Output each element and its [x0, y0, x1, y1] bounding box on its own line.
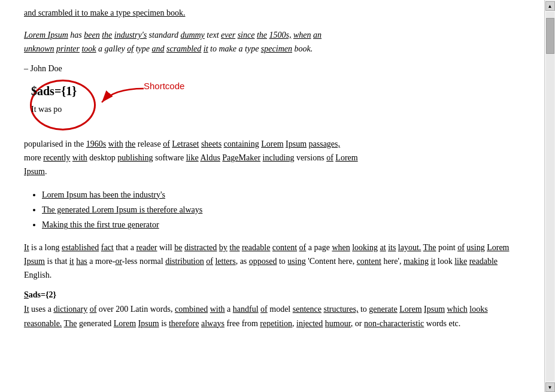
annotation-area: $ads={1} It was po Shortcode: [24, 80, 520, 133]
popularised-paragraph: popularised in the 1960s with the releas…: [24, 137, 520, 178]
list-item: Lorem Ipsum has been the industry's: [42, 187, 520, 202]
shortcode-code: $ads={1}: [31, 84, 77, 98]
list-item: The generated Lorem Ipsum is therefore a…: [42, 202, 520, 217]
list-item: Making this the first true generator: [42, 217, 520, 232]
bullet-list: Lorem Ipsum has been the industry's The …: [42, 187, 520, 233]
italic-paragraph: Lorem Ipsum has been the industry's stan…: [24, 28, 520, 56]
top-cut-text: and scrambled it to make a type specimen…: [24, 8, 185, 17]
scrollbar-track: [546, 12, 554, 381]
shortcode2-heading: Sads={2}: [24, 290, 520, 300]
content-area: and scrambled it to make a type specimen…: [0, 0, 544, 392]
author-text: – John Doe: [24, 64, 62, 73]
top-cut-paragraph: and scrambled it to make a type specimen…: [24, 6, 520, 20]
long-fact-paragraph: It is a long established fact that a rea…: [24, 241, 520, 282]
scrollbar-up-button[interactable]: ▲: [545, 1, 555, 11]
scrollbar[interactable]: ▲ ▼: [544, 0, 555, 392]
scrollbar-down-button[interactable]: ▼: [545, 382, 555, 392]
last-paragraph: It uses a dictionary of over 200 Latin w…: [24, 302, 520, 330]
shortcode-label: Shortcode: [144, 81, 184, 91]
scrollbar-thumb[interactable]: [546, 18, 554, 54]
shortcode-arrow: [96, 86, 150, 110]
author-line: – John Doe: [24, 64, 520, 74]
page-wrapper: and scrambled it to make a type specimen…: [0, 0, 555, 392]
itwas-text: It was po: [31, 105, 62, 114]
